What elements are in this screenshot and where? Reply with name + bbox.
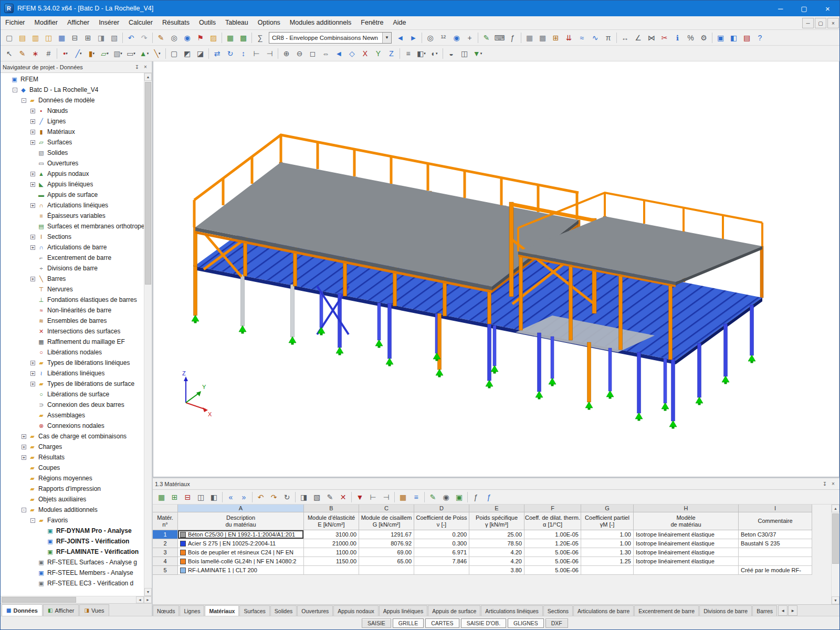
value-cell[interactable]: 1.20E-05 <box>524 539 581 548</box>
value-cell[interactable] <box>414 566 469 575</box>
comment-cell[interactable] <box>739 548 812 557</box>
row-number-cell[interactable]: 3 <box>153 548 178 557</box>
menu-item-resultats[interactable]: Résultats <box>158 16 194 29</box>
table-active-icon[interactable]: ▦ <box>155 491 168 503</box>
zoom-in-icon[interactable]: ⊕ <box>280 47 293 60</box>
tree-item-rfem[interactable]: ▣RFEM <box>1 74 152 85</box>
mesh-refine-icon[interactable]: ⊞ <box>549 32 562 44</box>
new-material-icon[interactable]: ▮▾ <box>85 47 98 60</box>
tree-hscroll-thumb[interactable] <box>2 597 76 603</box>
pan-view-icon[interactable]: ⇔ <box>319 47 332 60</box>
function-fx-icon[interactable]: ƒ <box>482 491 496 503</box>
loads-display-icon[interactable]: ⇊ <box>562 32 575 44</box>
search-icon[interactable]: ◉ <box>450 32 463 44</box>
expander-minus-icon[interactable]: - <box>22 508 26 512</box>
totals-icon[interactable]: ≡ <box>410 491 423 503</box>
deselect-icon[interactable]: ◪ <box>194 47 207 60</box>
value-cell[interactable]: 5.00E-06 <box>524 548 581 557</box>
table-tabs-prev-icon[interactable]: ◄ <box>778 605 788 616</box>
combo-dropdown-icon[interactable]: ▼ <box>382 33 391 43</box>
tree-item-n-uds[interactable]: +▪Nœuds <box>1 106 152 116</box>
values-display-icon[interactable]: π <box>602 32 615 44</box>
column-header-coeff-de-dilat-therm[interactable]: Coeff. de dilat. therm.α [1/°C] <box>524 512 581 530</box>
new-line-icon[interactable]: ╱▾ <box>72 47 85 60</box>
tree-item-modules-additionnels[interactable]: -▰Modules additionnels <box>1 505 152 515</box>
expander-plus-icon[interactable]: + <box>30 203 35 208</box>
mdi-restore-icon[interactable]: ▢ <box>815 18 826 28</box>
save-icon[interactable]: ▦ <box>55 32 68 44</box>
tree-item-lignes[interactable]: +╱Lignes <box>1 116 152 127</box>
comment-cell[interactable]: Créé par le module RF- <box>739 566 812 575</box>
dropdown-arrow-icon[interactable]: ▾ <box>66 51 68 56</box>
expander-plus-icon[interactable]: + <box>22 434 26 439</box>
zoom-all-icon[interactable]: ◻ <box>306 47 319 60</box>
menu-item-modifier[interactable]: Modifier <box>30 16 62 29</box>
material-model-cell[interactable]: Isotrope linéairement élastique <box>634 557 739 566</box>
copy-icon[interactable]: ◨ <box>94 32 108 44</box>
tree-item-articulations-de-barre[interactable]: +∩Articulations de barre <box>1 242 152 253</box>
row-number-cell[interactable]: 1 <box>153 530 178 539</box>
table-tabs-next-icon[interactable]: ► <box>788 605 797 616</box>
expander-plus-icon[interactable]: + <box>30 109 35 113</box>
expander-plus-icon[interactable]: + <box>30 140 35 145</box>
table-tab-appuis-nodaux[interactable]: Appuis nodaux <box>333 605 378 616</box>
redo-table-icon[interactable]: ↷ <box>267 491 280 503</box>
scroll-left-icon[interactable]: ◄ <box>136 596 144 603</box>
value-cell[interactable]: 25.00 <box>469 530 524 539</box>
print-preview-icon[interactable]: ⊞ <box>81 32 94 44</box>
expander-minus-icon[interactable]: - <box>22 98 26 103</box>
tree-item-appuis-nodaux[interactable]: +▲Appuis nodaux <box>1 169 152 179</box>
tree-item-raffinement-du-maillage-ef[interactable]: ▦Raffinement du maillage EF <box>1 337 152 347</box>
tree-item-types-de-liberations-de-surface[interactable]: +▰Types de libérations de surface <box>1 379 152 389</box>
expander-plus-icon[interactable]: + <box>22 445 26 449</box>
tree-scroll-track[interactable] <box>144 81 152 588</box>
tree-item-resultats[interactable]: +▰Résultats <box>1 452 152 463</box>
tree-item-assemblages[interactable]: ▰Assemblages <box>1 410 152 421</box>
import-data-icon[interactable]: ◉ <box>439 491 453 503</box>
tree-item-rf-steel-surfaces-analyse-g[interactable]: ▣RF-STEEL Surfaces - Analyse g <box>1 557 152 568</box>
value-cell[interactable]: 0.200 <box>414 530 469 539</box>
status-toggle-dxf[interactable]: DXF <box>545 618 568 628</box>
tree-item-nervures[interactable]: ⊤Nervures <box>1 284 152 295</box>
background-options-icon[interactable]: ▼▾ <box>471 47 484 60</box>
dropdown-arrow-icon[interactable]: ▾ <box>436 51 438 56</box>
isometric-view-icon[interactable]: ◇ <box>345 47 359 60</box>
calculation-icon[interactable]: ∑ <box>254 32 267 44</box>
dimension-icon[interactable]: ↔ <box>618 32 632 44</box>
material-description-cell[interactable]: Bois de peuplier et résineux C24 | NF EN <box>178 548 304 557</box>
new-surface-icon[interactable]: ▱▾ <box>98 47 111 60</box>
select-all-icon[interactable]: ▢ <box>167 47 181 60</box>
value-cell[interactable]: 1.00 <box>581 530 634 539</box>
expander-plus-icon[interactable]: + <box>30 371 35 376</box>
table-tab-materiaux[interactable]: Matériaux <box>205 605 239 616</box>
value-cell[interactable]: 1.30 <box>581 548 634 557</box>
numbering-icon[interactable]: ¹² <box>437 32 450 44</box>
tree-item-rf-laminate-verification[interactable]: ▣RF-LAMINATE - Vérification <box>1 547 152 557</box>
tree-item-non-linearites-de-barre[interactable]: ≈Non-linéarités de barre <box>1 305 152 316</box>
tree-item-favoris[interactable]: -▰Favoris <box>1 515 152 526</box>
copy-cell-icon[interactable]: ◨ <box>297 491 310 503</box>
undo-icon[interactable]: ↶ <box>124 32 138 44</box>
expander-plus-icon[interactable]: + <box>22 455 26 460</box>
tree-item-sections[interactable]: +ISections <box>1 232 152 242</box>
status-toggle-saisie-d-ob[interactable]: SAISIE D'OB. <box>461 618 506 628</box>
cut-icon[interactable]: ✂ <box>658 32 671 44</box>
minimize-button[interactable]: ─ <box>769 1 792 16</box>
table-tab-articulations-de-barre[interactable]: Articulations de barre <box>573 605 634 616</box>
tree-hscroll-track[interactable] <box>1 596 136 603</box>
expander-plus-icon[interactable]: + <box>30 182 35 187</box>
dropdown-arrow-icon[interactable]: ▾ <box>424 51 426 56</box>
tree-item-barres[interactable]: +╲Barres <box>1 274 152 284</box>
fe-mesh-icon[interactable]: ▦ <box>523 32 536 44</box>
rotate-icon[interactable]: ↻ <box>224 47 237 60</box>
column-header-modele[interactable]: Modèlede matériau <box>634 512 739 530</box>
dropdown-arrow-icon[interactable]: ▾ <box>147 51 149 56</box>
tree-item-liberations-nodales[interactable]: ○Libérations nodales <box>1 347 152 358</box>
menu-item-modules-additionnels[interactable]: Modules additionnels <box>285 16 356 29</box>
expander-plus-icon[interactable]: + <box>30 130 35 134</box>
table-close-icon[interactable]: × <box>829 480 837 488</box>
units-settings-icon[interactable]: ƒ <box>469 491 482 503</box>
jump-last-icon[interactable]: » <box>237 491 250 503</box>
column-letter-i[interactable]: I <box>739 505 812 512</box>
value-cell[interactable]: 6.971 <box>414 548 469 557</box>
